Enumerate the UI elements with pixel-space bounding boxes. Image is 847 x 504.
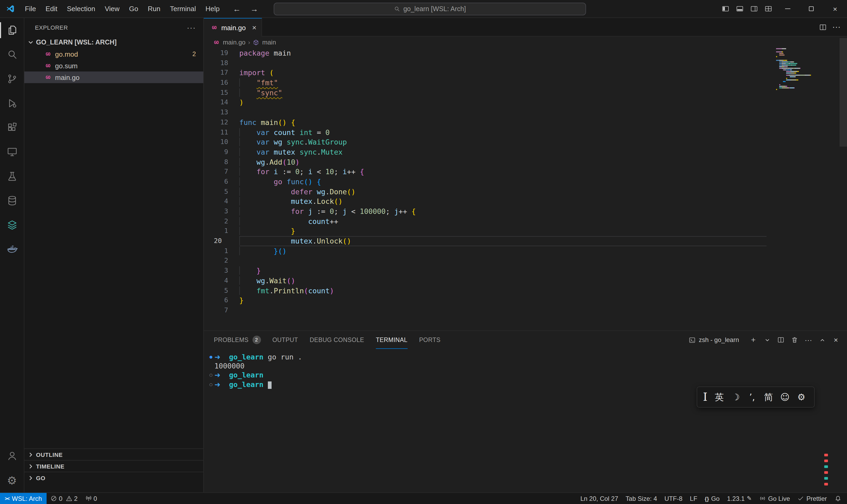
code-line[interactable]: 1 }() <box>204 246 847 256</box>
toggle-panel-icon[interactable] <box>733 0 747 17</box>
remote-explorer-icon[interactable] <box>0 140 24 164</box>
ime-punctuation-toggle[interactable]: ’, <box>744 392 760 402</box>
code-line[interactable]: 9 var mutex sync.Mutex <box>204 147 847 157</box>
file-go.mod[interactable]: GOgo.mod2 <box>24 48 203 60</box>
tab-main-go[interactable]: GO main.go × <box>204 18 262 37</box>
terminal-line[interactable]: 1000000 <box>208 362 847 371</box>
forward-button[interactable]: → <box>250 4 258 13</box>
ime-halfwidth-toggle[interactable]: ☽ <box>728 392 744 402</box>
code-line[interactable]: 11 var count int = 0 <box>204 127 847 137</box>
code-line[interactable]: 6 go func() { <box>204 177 847 186</box>
close-tab-icon[interactable]: × <box>252 23 256 32</box>
ime-language-toggle[interactable]: 英 <box>711 391 728 403</box>
kill-terminal-icon[interactable] <box>789 334 800 346</box>
prettier-status[interactable]: Prettier <box>794 492 831 504</box>
testing-icon[interactable] <box>0 164 24 188</box>
panel-tab-ports[interactable]: PORTS <box>419 331 440 349</box>
ports-status[interactable]: 0 <box>81 492 101 504</box>
terminal-line[interactable]: ○➜ go_learn <box>208 371 847 380</box>
breadcrumb-symbol[interactable]: main <box>262 39 276 46</box>
ime-settings-button[interactable]: ⚙ <box>793 392 810 402</box>
editor-scrollbar[interactable] <box>840 38 847 147</box>
menu-item-view[interactable]: View <box>100 2 124 15</box>
panel-tab-terminal[interactable]: TERMINAL <box>376 331 408 349</box>
menu-item-run[interactable]: Run <box>143 2 165 15</box>
code-line[interactable]: 10 var wg sync.WaitGroup <box>204 137 847 147</box>
cursor-position[interactable]: Ln 20, Col 27 <box>577 492 622 504</box>
code-line[interactable]: 1 } <box>204 226 847 236</box>
code-line[interactable]: 18 <box>204 58 847 68</box>
code-line[interactable]: 15 "sync" <box>204 88 847 98</box>
panel-tab-output[interactable]: OUTPUT <box>272 331 298 349</box>
back-button[interactable]: ← <box>233 4 241 13</box>
extensions-icon[interactable] <box>0 115 24 140</box>
explorer-icon[interactable] <box>0 18 24 42</box>
menu-item-edit[interactable]: Edit <box>41 2 62 15</box>
menu-item-help[interactable]: Help <box>201 2 224 15</box>
code-line[interactable]: 19package main <box>204 48 847 58</box>
editor-more-actions-icon[interactable]: ··· <box>832 22 841 32</box>
code-line[interactable]: 7 for i := 0; i < 10; i++ { <box>204 167 847 177</box>
menu-item-go[interactable]: Go <box>124 2 143 15</box>
code-line[interactable]: 3 for j := 0; j < 100000; j++ { <box>204 206 847 216</box>
containers-icon[interactable] <box>0 213 24 237</box>
database-icon[interactable] <box>0 188 24 213</box>
terminal-line[interactable]: ●➜ go_learn go run . <box>208 353 847 362</box>
panel-tab-problems[interactable]: PROBLEMS2 <box>214 331 261 349</box>
split-terminal-icon[interactable] <box>775 334 787 346</box>
menu-item-selection[interactable]: Selection <box>62 2 100 15</box>
menu-item-terminal[interactable]: Terminal <box>165 2 201 15</box>
minimize-button[interactable] <box>776 0 799 17</box>
terminal[interactable]: ●➜ go_learn go run .1000000○➜ go_learn○➜… <box>204 349 847 389</box>
code-line[interactable]: 13 <box>204 107 847 117</box>
code-line[interactable]: 8 wg.Add(10) <box>204 157 847 167</box>
code-line[interactable]: 2 count++ <box>204 216 847 226</box>
notifications-bell-icon[interactable] <box>831 492 847 504</box>
code-line[interactable]: 6} <box>204 295 847 305</box>
explorer-more-actions-icon[interactable]: ··· <box>187 23 196 32</box>
code-line[interactable]: 5 defer wg.Done() <box>204 186 847 196</box>
workspace-root-folder[interactable]: GO_LEARN [WSL: ARCH] <box>24 37 203 48</box>
close-window-button[interactable]: × <box>823 0 847 17</box>
toggle-secondary-sidebar-icon[interactable] <box>747 0 761 17</box>
maximize-button[interactable] <box>799 0 823 17</box>
language-mode[interactable]: {}Go <box>701 492 723 504</box>
new-terminal-icon[interactable]: ＋ <box>747 334 759 346</box>
source-control-icon[interactable] <box>0 67 24 91</box>
remote-indicator[interactable]: >< WSL: Arch <box>0 492 47 504</box>
maximize-panel-icon[interactable] <box>816 334 828 346</box>
docker-icon[interactable] <box>0 237 24 262</box>
panel-more-actions-icon[interactable]: ··· <box>803 334 814 346</box>
code-line[interactable]: 4 wg.Wait() <box>204 276 847 286</box>
code-line[interactable]: 14) <box>204 98 847 107</box>
search-icon[interactable] <box>0 42 24 67</box>
ime-emoji-button[interactable]: ☺ <box>777 392 793 402</box>
go-version[interactable]: 1.23.1✎ <box>723 492 755 504</box>
close-panel-icon[interactable]: × <box>830 334 842 346</box>
code-line[interactable]: 2 <box>204 256 847 266</box>
encoding[interactable]: UTF-8 <box>661 492 686 504</box>
indentation[interactable]: Tab Size: 4 <box>622 492 661 504</box>
panel-tab-debug-console[interactable]: DEBUG CONSOLE <box>310 331 364 349</box>
code-line[interactable]: 7 <box>204 305 847 315</box>
toggle-primary-sidebar-icon[interactable] <box>718 0 733 17</box>
file-go.sum[interactable]: GOgo.sum <box>24 60 203 71</box>
sidebar-section-go[interactable]: GO <box>24 472 203 483</box>
file-main.go[interactable]: GOmain.go <box>24 71 203 83</box>
code-line[interactable]: 5 fmt.Println(count) <box>204 286 847 295</box>
code-line[interactable]: 12func main() { <box>204 118 847 127</box>
problems-status[interactable]: 0 2 <box>47 492 81 504</box>
code-line[interactable]: 4 mutex.Lock() <box>204 197 847 206</box>
code-line[interactable]: 17import ( <box>204 68 847 78</box>
menu-item-file[interactable]: File <box>20 2 41 15</box>
sidebar-section-outline[interactable]: OUTLINE <box>24 448 203 460</box>
terminal-shell-label[interactable]: zsh - go_learn <box>689 336 739 344</box>
go-live-button[interactable]: Go Live <box>755 492 794 504</box>
breadcrumb-file[interactable]: main.go <box>223 39 245 46</box>
customize-layout-icon[interactable] <box>761 0 776 17</box>
code-editor[interactable]: 19package main1817import (16 "fmt"15 "sy… <box>204 48 847 315</box>
code-line[interactable]: 20 mutex.Unlock() <box>204 236 847 246</box>
command-center-search[interactable]: go_learn [WSL: Arch] <box>274 3 586 15</box>
minimap[interactable] <box>776 48 839 92</box>
run-and-debug-icon[interactable] <box>0 91 24 115</box>
